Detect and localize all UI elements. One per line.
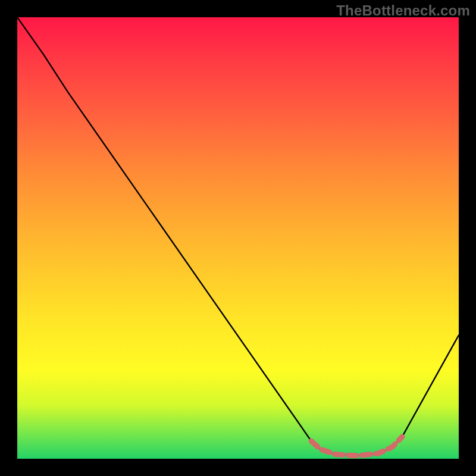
bottleneck-curve-path (17, 17, 459, 456)
plot-area (17, 17, 459, 459)
highlight-segment-path (311, 437, 402, 456)
curve-svg (17, 17, 459, 459)
watermark-text: TheBottleneck.com (336, 2, 470, 19)
chart-frame: TheBottleneck.com (0, 0, 476, 476)
